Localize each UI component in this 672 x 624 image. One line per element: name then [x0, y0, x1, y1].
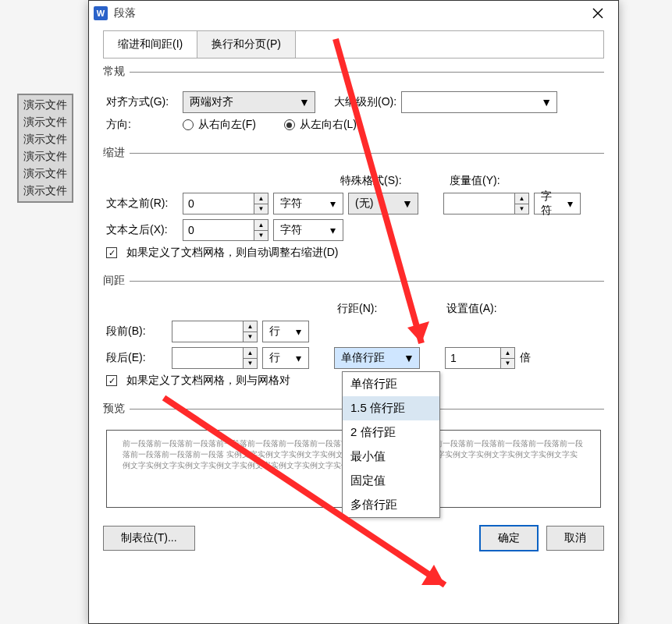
line-spacing-dropdown: 单倍行距 1.5 倍行距 2 倍行距 最小值 固定值 多倍行距	[342, 371, 440, 518]
chevron-down-icon: ▼	[402, 352, 416, 364]
text-before-spinner[interactable]: 0 ▲▼	[183, 193, 268, 214]
chevron-down-icon: ▾	[291, 352, 305, 364]
legend-general: 常规	[103, 65, 130, 79]
dropdown-item[interactable]: 1.5 倍行距	[343, 396, 439, 420]
legend-indent: 缩进	[103, 146, 130, 160]
line-spacing-combo[interactable]: 单倍行距 ▼	[334, 347, 420, 369]
radio-ltr-label: 从左向右(L)	[300, 118, 357, 132]
text-after-value: 0	[183, 220, 254, 240]
spin-down-icon[interactable]: ▼	[501, 359, 514, 369]
label-space-after: 段后(E):	[106, 351, 167, 365]
label-text-before: 文本之前(R):	[106, 197, 178, 211]
bg-item: 演示文件	[19, 183, 72, 200]
close-icon	[592, 8, 603, 19]
spin-down-icon[interactable]: ▼	[515, 204, 528, 214]
dropdown-item[interactable]: 多倍行距	[343, 493, 439, 517]
space-unit: 行	[266, 324, 291, 339]
dropdown-item[interactable]: 2 倍行距	[343, 420, 439, 445]
text-after-spinner[interactable]: 0 ▲▼	[183, 219, 268, 241]
radio-ltr[interactable]: 从左向右(L)	[284, 118, 357, 132]
spin-down-icon[interactable]: ▼	[244, 359, 257, 369]
dialog-title: 段落	[114, 6, 582, 20]
space-unit-after[interactable]: 行▾	[262, 347, 309, 369]
spin-up-icon[interactable]: ▲	[501, 348, 514, 359]
cancel-button[interactable]: 取消	[546, 526, 604, 551]
bg-item: 演示文件	[19, 165, 72, 183]
label-line-spacing: 行距(N):	[337, 302, 446, 316]
bg-item: 演示文件	[19, 131, 72, 148]
measure-value	[444, 193, 514, 214]
chevron-down-icon: ▾	[563, 197, 577, 210]
chevron-down-icon: ▾	[325, 197, 340, 210]
label-direction: 方向:	[106, 118, 178, 132]
measure-unit-combo[interactable]: 字符▾	[534, 193, 581, 214]
chevron-down-icon: ▾	[291, 325, 305, 338]
label-space-before: 段前(B):	[106, 324, 167, 339]
spin-up-icon[interactable]: ▲	[254, 193, 268, 204]
label-outline-level: 大纲级别(O):	[334, 95, 396, 109]
space-unit-before[interactable]: 行▾	[262, 321, 309, 342]
tab-strip: 缩进和间距(I) 换行和分页(P)	[103, 30, 604, 58]
spin-up-icon[interactable]: ▲	[244, 321, 257, 332]
label-special-format: 特殊格式(S):	[340, 174, 450, 188]
alignment-combo[interactable]: 两端对齐 ▼	[183, 91, 315, 113]
tab-indent-spacing[interactable]: 缩进和间距(I)	[104, 31, 197, 58]
close-button[interactable]	[582, 2, 613, 24]
radio-icon	[284, 119, 295, 130]
dropdown-item[interactable]: 最小值	[343, 445, 439, 469]
label-alignment: 对齐方式(G):	[106, 95, 178, 109]
titlebar: W 段落	[89, 1, 618, 26]
legend-preview: 预览	[103, 402, 130, 416]
measure-unit: 字符	[538, 190, 563, 218]
set-value: 1	[446, 348, 500, 368]
spacing-grid-checkbox[interactable]	[106, 375, 117, 386]
chevron-down-icon: ▼	[400, 197, 414, 210]
bg-item: 演示文件	[19, 97, 72, 114]
spin-up-icon[interactable]: ▲	[254, 220, 268, 231]
tab-line-page-breaks[interactable]: 换行和分页(P)	[197, 31, 296, 58]
special-format-value: (无)	[352, 197, 400, 211]
app-logo-icon: W	[94, 6, 108, 20]
spin-up-icon[interactable]: ▲	[515, 193, 528, 204]
bg-item: 演示文件	[19, 114, 72, 131]
text-before-value: 0	[183, 193, 254, 214]
line-spacing-value: 单倍行距	[338, 351, 402, 365]
ok-button[interactable]: 确定	[479, 525, 539, 551]
label-text-after: 文本之后(X):	[106, 223, 178, 237]
dropdown-item[interactable]: 单倍行距	[343, 372, 439, 396]
spin-down-icon[interactable]: ▼	[254, 204, 268, 214]
label-measure-value: 度量值(Y):	[450, 174, 559, 188]
measure-spinner[interactable]: ▲▼	[443, 193, 529, 214]
section-indent: 缩进 特殊格式(S): 度量值(Y): 文本之前(R): 0 ▲▼ 字符▾ (无…	[103, 146, 604, 268]
radio-rtl[interactable]: 从右向左(F)	[183, 118, 256, 132]
label-set-value: 设置值(A):	[446, 302, 497, 316]
spin-down-icon[interactable]: ▼	[244, 332, 257, 342]
spin-down-icon[interactable]: ▼	[254, 231, 268, 241]
space-before-value	[172, 321, 243, 342]
tabs-button[interactable]: 制表位(T)...	[103, 526, 195, 551]
section-general: 常规 对齐方式(G): 两端对齐 ▼ 大纲级别(O): ▼ 方向: 从右向左(	[103, 65, 604, 140]
indent-unit-2: 字符	[277, 223, 325, 237]
spin-up-icon[interactable]: ▲	[244, 348, 257, 359]
indent-unit-combo[interactable]: 字符▾	[273, 193, 343, 214]
alignment-value: 两端对齐	[187, 95, 297, 109]
indent-grid-checkbox[interactable]	[106, 247, 117, 258]
special-format-combo[interactable]: (无)▼	[348, 193, 418, 214]
legend-spacing: 间距	[103, 274, 130, 288]
paragraph-dialog: W 段落 缩进和间距(I) 换行和分页(P) 常规 对齐方式(G): 两端对齐 …	[88, 0, 619, 624]
radio-icon	[183, 119, 194, 130]
outline-level-combo[interactable]: ▼	[401, 91, 557, 113]
radio-rtl-label: 从右向左(F)	[198, 118, 256, 132]
dropdown-item[interactable]: 固定值	[343, 469, 439, 493]
chevron-down-icon: ▼	[297, 96, 311, 108]
space-before-spinner[interactable]: ▲▼	[172, 321, 258, 342]
chevron-down-icon: ▼	[539, 96, 553, 108]
indent-unit: 字符	[277, 197, 325, 211]
background-file-list: 演示文件 演示文件 演示文件 演示文件 演示文件 演示文件	[17, 94, 73, 203]
space-after-value	[172, 348, 243, 368]
space-after-spinner[interactable]: ▲▼	[172, 347, 258, 369]
chevron-down-icon: ▾	[325, 224, 340, 236]
set-value-spinner[interactable]: 1 ▲▼	[445, 347, 515, 369]
bg-item: 演示文件	[19, 148, 72, 165]
indent-unit-combo-2[interactable]: 字符▾	[273, 219, 343, 241]
